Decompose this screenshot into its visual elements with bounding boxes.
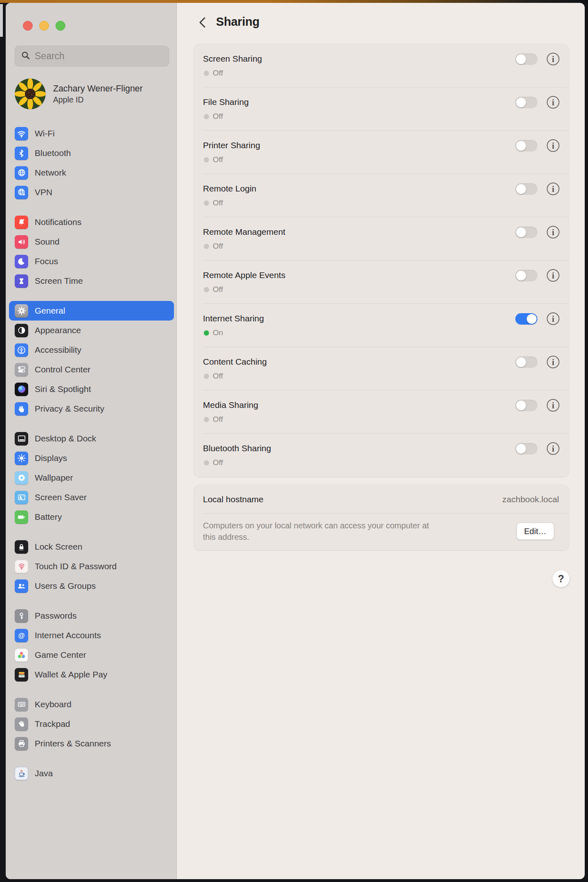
sidebar-item-label: General xyxy=(35,306,65,316)
page-title: Sharing xyxy=(216,15,260,29)
close-button[interactable] xyxy=(23,21,33,31)
screen-sharing-toggle[interactable] xyxy=(515,53,537,65)
sharing-row-status: Off xyxy=(204,242,223,251)
moon-icon xyxy=(15,255,28,268)
sidebar-item-keyboard[interactable]: Keyboard xyxy=(9,695,174,714)
printer-sharing-info-button[interactable]: i xyxy=(547,139,559,152)
local-hostname-value: zachbook.local xyxy=(502,494,559,504)
sidebar-item-displays[interactable]: Displays xyxy=(9,448,174,468)
sidebar-item-wallpaper[interactable]: Wallpaper xyxy=(9,468,174,488)
sidebar-item-wi-fi[interactable]: Wi-Fi xyxy=(9,124,174,143)
gear-icon xyxy=(15,304,28,318)
appearance-icon xyxy=(15,324,28,337)
help-button[interactable]: ? xyxy=(552,570,570,588)
content-caching-toggle[interactable] xyxy=(515,356,537,368)
sidebar-item-general[interactable]: General xyxy=(9,301,174,321)
lock-icon xyxy=(15,540,28,554)
sidebar-group: Lock ScreenTouch ID & PasswordUsers & Gr… xyxy=(6,537,177,596)
sidebar-item-users-groups[interactable]: Users & Groups xyxy=(9,576,174,596)
bell-icon xyxy=(15,216,28,229)
sidebar-item-screen-saver[interactable]: Screen Saver xyxy=(9,488,174,507)
desktop-wallpaper-strip xyxy=(0,0,588,3)
sidebar-item-label: Screen Saver xyxy=(35,492,87,502)
hand-icon xyxy=(15,402,28,416)
sidebar-item-game-center[interactable]: Game Center xyxy=(9,645,174,665)
sidebar-item-label: Internet Accounts xyxy=(35,630,101,640)
apple-id-profile[interactable]: Zachary Wener-Fligner Apple ID xyxy=(15,78,170,109)
remote-management-info-button[interactable]: i xyxy=(547,226,559,238)
sidebar-item-label: Trackpad xyxy=(35,719,70,729)
printer-sharing-toggle[interactable] xyxy=(515,140,537,151)
media-sharing-info-button[interactable]: i xyxy=(547,399,559,412)
fingerprint-icon xyxy=(15,560,28,573)
sidebar-item-wallet-apple-pay[interactable]: Wallet & Apple Pay xyxy=(9,665,174,684)
edit-hostname-button[interactable]: Edit… xyxy=(517,523,554,540)
sidebar-item-label: Java xyxy=(35,768,53,778)
sidebar-item-focus[interactable]: Focus xyxy=(9,252,174,271)
sharing-row-status: Off xyxy=(204,415,223,424)
remote-apple-events-info-button[interactable]: i xyxy=(547,269,559,282)
remote-apple-events-toggle[interactable] xyxy=(515,270,537,281)
sidebar-item-screen-time[interactable]: Screen Time xyxy=(9,271,174,291)
sharing-row-internet-sharing: Internet SharingOni xyxy=(194,304,569,347)
sidebar-item-passwords[interactable]: Passwords xyxy=(9,606,174,626)
toggle-knob xyxy=(516,184,526,194)
sidebar-item-label: Bluetooth xyxy=(35,148,71,158)
status-text: Off xyxy=(213,198,223,207)
sharing-row-remote-login: Remote LoginOffi xyxy=(194,174,569,217)
screen-sharing-info-button[interactable]: i xyxy=(547,53,559,65)
background-window-sliver xyxy=(0,4,3,37)
sidebar-item-accessibility[interactable]: Accessibility xyxy=(9,340,174,360)
sharing-row-title: Screen Sharing xyxy=(203,54,262,64)
remote-login-toggle[interactable] xyxy=(515,183,537,195)
minimize-button[interactable] xyxy=(39,21,49,31)
sharing-row-status: Off xyxy=(204,69,223,78)
sidebar-item-siri-spotlight[interactable]: Siri & Spotlight xyxy=(9,379,174,399)
sidebar-item-label: Focus xyxy=(35,256,58,266)
file-sharing-info-button[interactable]: i xyxy=(547,96,559,109)
printer-icon xyxy=(15,737,28,751)
back-button[interactable] xyxy=(197,16,208,29)
sidebar-item-label: Wi-Fi xyxy=(35,129,55,138)
sidebar-item-sound[interactable]: Sound xyxy=(9,232,174,252)
sidebar-item-label: Battery xyxy=(35,512,62,522)
sharing-row-status: On xyxy=(204,328,223,337)
sidebar-item-java[interactable]: Java xyxy=(9,764,174,783)
hourglass-icon xyxy=(15,274,28,288)
sidebar-item-label: Desktop & Dock xyxy=(35,434,96,443)
sidebar-item-notifications[interactable]: Notifications xyxy=(9,212,174,232)
remote-login-info-button[interactable]: i xyxy=(547,183,559,195)
sidebar-item-touch-id-password[interactable]: Touch ID & Password xyxy=(9,557,174,576)
sidebar-item-battery[interactable]: Battery xyxy=(9,507,174,527)
internet-sharing-info-button[interactable]: i xyxy=(547,312,559,325)
sidebar-item-label: Lock Screen xyxy=(35,542,82,552)
internet-sharing-toggle[interactable] xyxy=(515,313,537,325)
toggle-knob xyxy=(516,98,526,107)
sidebar-item-printers-scanners[interactable]: Printers & Scanners xyxy=(9,734,174,753)
sidebar-item-trackpad[interactable]: Trackpad xyxy=(9,714,174,734)
sidebar-item-desktop-dock[interactable]: Desktop & Dock xyxy=(9,429,174,448)
toggle-knob xyxy=(516,141,526,151)
media-sharing-toggle[interactable] xyxy=(515,400,537,411)
sidebar-group: Wi-FiBluetoothNetworkVPN xyxy=(6,124,177,202)
bluetooth-sharing-toggle[interactable] xyxy=(515,443,537,454)
content-caching-info-button[interactable]: i xyxy=(547,356,559,368)
sidebar-item-control-center[interactable]: Control Center xyxy=(9,360,174,379)
sidebar-item-lock-screen[interactable]: Lock Screen xyxy=(9,537,174,557)
status-text: Off xyxy=(213,112,223,121)
sidebar-item-appearance[interactable]: Appearance xyxy=(9,321,174,340)
bluetooth-sharing-info-button[interactable]: i xyxy=(547,442,559,455)
sidebar-item-internet-accounts[interactable]: @Internet Accounts xyxy=(9,626,174,645)
remote-management-toggle[interactable] xyxy=(515,227,537,238)
sidebar-item-privacy-security[interactable]: Privacy & Security xyxy=(9,399,174,419)
sidebar-item-bluetooth[interactable]: Bluetooth xyxy=(9,143,174,163)
toggle-knob xyxy=(527,314,537,324)
zoom-button[interactable] xyxy=(56,21,65,31)
sidebar-item-network[interactable]: Network xyxy=(9,163,174,183)
search-input[interactable]: Search xyxy=(15,46,169,67)
sidebar-item-label: Notifications xyxy=(35,217,81,227)
sidebar-item-vpn[interactable]: VPN xyxy=(9,183,174,202)
siri-icon xyxy=(15,383,28,396)
sidebar-navigation: Wi-FiBluetoothNetworkVPNNotificationsSou… xyxy=(6,124,177,793)
file-sharing-toggle[interactable] xyxy=(515,97,537,108)
